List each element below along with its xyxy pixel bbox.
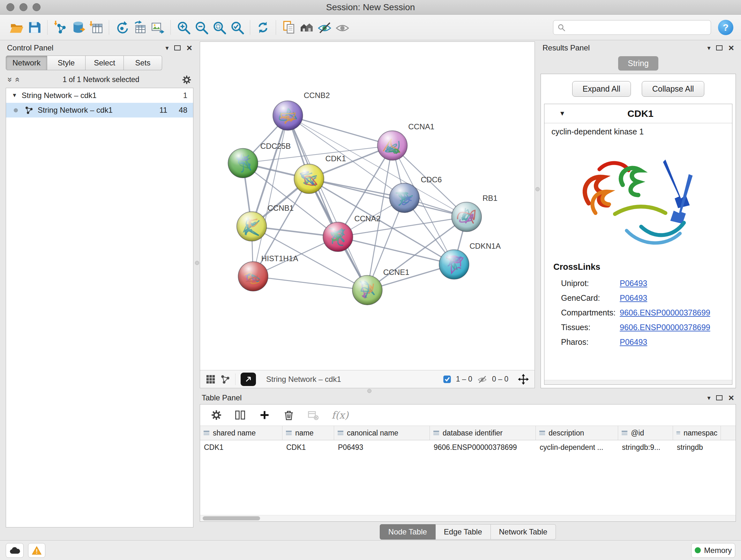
delete-column-icon[interactable] [283, 409, 294, 421]
crosshair-icon[interactable] [518, 374, 529, 385]
network-node-CCNB1[interactable]: CCNB1 [237, 204, 294, 241]
gear-icon[interactable] [211, 410, 222, 421]
export-image-button[interactable] [149, 18, 166, 37]
search-input[interactable] [568, 23, 707, 32]
tab-node-table[interactable]: Node Table [380, 524, 435, 540]
hidden-eye-slash-icon[interactable] [477, 374, 488, 384]
panel-close-icon[interactable]: × [186, 43, 192, 53]
apply-layout-button[interactable] [254, 18, 272, 37]
show-all-button[interactable] [333, 18, 351, 37]
warnings-button[interactable] [28, 543, 45, 558]
cloud-button[interactable] [6, 543, 23, 558]
collection-expand-icon[interactable]: ▼ [12, 92, 17, 99]
table-cell[interactable]: CDK1 [200, 440, 282, 454]
splitter-handle[interactable] [536, 187, 540, 191]
network-collection-row[interactable]: ▼ String Network – cdk1 1 [6, 88, 193, 103]
table-cell[interactable]: 9606.ENSP00000378699 [430, 440, 536, 454]
tab-network[interactable]: Network [6, 56, 47, 70]
network-edge-CCNB2-CCNE1[interactable] [288, 116, 367, 290]
add-column-icon[interactable] [259, 409, 270, 421]
network-node-CCNE1[interactable]: CCNE1 [352, 268, 409, 305]
table-hscrollbar[interactable] [200, 515, 736, 521]
tab-sets[interactable]: Sets [124, 56, 162, 70]
tab-select[interactable]: Select [85, 56, 124, 70]
modify-network-button[interactable] [113, 18, 131, 37]
column-header-name[interactable]: name [282, 426, 334, 440]
import-network-file-button[interactable] [51, 18, 69, 37]
panel-menu-icon[interactable]: ▾ [707, 394, 711, 401]
home-view-button[interactable] [298, 18, 316, 37]
open-session-button[interactable] [8, 18, 25, 37]
import-network-database-button[interactable] [69, 18, 87, 37]
column-header-description[interactable]: description [536, 426, 618, 440]
zoom-in-button[interactable] [175, 18, 192, 37]
crosslink-link[interactable]: P06493 [620, 337, 647, 347]
collapse-all-button[interactable]: Collapse All [642, 81, 704, 97]
panel-float-icon[interactable] [174, 45, 181, 51]
network-graph[interactable]: CCNB2CCNA1CDC25BCDK1CDC6RB1CCNB1CCNA2CDK… [200, 42, 535, 370]
network-edge-CCNB2-CCNA1[interactable] [288, 116, 393, 145]
table-cell[interactable]: P06493 [334, 440, 430, 454]
zoom-out-button[interactable] [192, 18, 210, 37]
table-cell[interactable]: stringdb [673, 440, 721, 454]
table-cell[interactable]: CDK1 [282, 440, 334, 454]
column-header-shared-name[interactable]: shared name [200, 426, 282, 440]
table-row[interactable]: CDK1CDK1P064939606.ENSP00000378699cyclin… [200, 440, 736, 454]
network-node-CCNB2[interactable]: CCNB2 [273, 91, 330, 130]
network-node-RB1[interactable]: RB1 [452, 194, 497, 232]
network-edge-CDK1-RB1[interactable] [309, 179, 467, 217]
function-builder-button[interactable]: f(x) [332, 409, 348, 421]
select-columns-icon[interactable] [234, 409, 246, 421]
selected-checkbox-icon[interactable] [443, 375, 452, 384]
network-share-icon[interactable] [220, 374, 230, 384]
network-node-CCNA1[interactable]: CCNA1 [378, 122, 434, 160]
scrollbar-thumb[interactable] [203, 516, 260, 520]
panel-float-icon[interactable] [716, 395, 723, 400]
expand-all-button[interactable]: Expand All [572, 81, 631, 97]
column-header-database-identifier[interactable]: database identifier [430, 426, 536, 440]
tab-edge-table[interactable]: Edge Table [435, 524, 491, 540]
network-row-selected[interactable]: String Network – cdk1 11 48 [6, 103, 193, 118]
tab-network-table[interactable]: Network Table [491, 524, 556, 540]
splitter-handle[interactable] [367, 389, 372, 393]
import-table-button[interactable] [87, 18, 105, 37]
zoom-selected-button[interactable] [228, 18, 246, 37]
panel-menu-icon[interactable]: ▾ [707, 44, 711, 52]
control-panel-tabs: Network Style Select Sets [6, 56, 193, 70]
network-edge-CCNB2-HIST1H1A[interactable] [253, 116, 288, 276]
birdseye-toggle-button[interactable] [241, 373, 256, 386]
network-edge-HIST1H1A-CCNE1[interactable] [253, 276, 367, 290]
network-node-CDKN1A[interactable]: CDKN1A [439, 242, 501, 279]
crosslink-link[interactable]: 9606.ENSP00000378699 [620, 323, 711, 332]
save-session-button[interactable] [25, 18, 44, 37]
copy-document-button[interactable] [280, 18, 298, 37]
crosslink-link[interactable]: P06493 [620, 294, 647, 303]
memory-button[interactable]: Memory [691, 543, 735, 558]
gear-icon[interactable] [182, 75, 192, 84]
collapse-all-icon[interactable]: « [13, 77, 23, 82]
tab-string[interactable]: String [618, 56, 658, 71]
crosslink-link[interactable]: P06493 [620, 279, 647, 288]
panel-close-icon[interactable]: × [728, 393, 734, 402]
network-node-HIST1H1A[interactable]: HIST1H1A [238, 254, 298, 291]
modify-table-button[interactable] [131, 18, 149, 37]
column-header-canonical-name[interactable]: canonical name [334, 426, 430, 440]
network-canvas[interactable]: CCNB2CCNA1CDC25BCDK1CDC6RB1CCNB1CCNA2CDK… [200, 42, 535, 370]
column-header-namespac[interactable]: namespac [673, 426, 721, 440]
help-button[interactable]: ? [718, 20, 733, 35]
results-scrollbar[interactable] [544, 380, 732, 384]
panel-float-icon[interactable] [716, 45, 723, 51]
grid-view-icon[interactable] [206, 374, 215, 384]
column-header-@id[interactable]: @id [618, 426, 673, 440]
network-node-CCNA2[interactable]: CCNA2 [323, 214, 381, 252]
panel-menu-icon[interactable]: ▾ [165, 44, 169, 52]
tab-style[interactable]: Style [47, 56, 85, 70]
crosslink-link[interactable]: 9606.ENSP00000378699 [620, 308, 711, 317]
zoom-fit-button[interactable] [210, 18, 228, 37]
network-node-CDK1[interactable]: CDK1 [294, 154, 346, 193]
splitter-handle[interactable] [195, 261, 199, 265]
hide-selected-button[interactable] [316, 18, 333, 37]
table-cell[interactable]: cyclin-dependent ... [536, 440, 618, 454]
table-cell[interactable]: stringdb:9... [618, 440, 673, 454]
panel-close-icon[interactable]: × [728, 43, 734, 53]
